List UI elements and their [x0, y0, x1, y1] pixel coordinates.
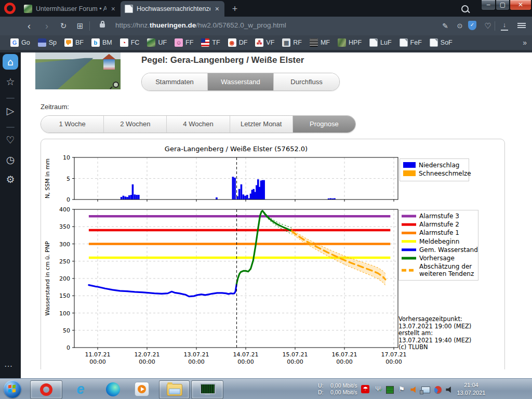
svg-text:weiteren Tendenz: weiteren Tendenz: [419, 270, 474, 277]
lock-icon[interactable]: [100, 23, 105, 28]
tab-stammdaten[interactable]: Stammdaten: [142, 73, 207, 90]
bookmark-item[interactable]: TF: [201, 38, 220, 47]
pegel-tab-group: StammdatenWasserstandDurchfluss: [141, 73, 340, 91]
page-favicon-icon: [430, 38, 438, 47]
svg-text:00:00: 00:00: [89, 358, 106, 365]
sidebar-item-video-popout[interactable]: ▷: [3, 103, 18, 118]
bookmark-label: Go: [21, 39, 30, 46]
tray-action-center-flag-icon[interactable]: ⚑: [398, 385, 406, 393]
forward-icon[interactable]: ›: [41, 20, 53, 32]
downloads-icon[interactable]: ↓: [501, 21, 508, 31]
sidebar-item-history[interactable]: ◷: [3, 152, 18, 167]
bookmark-item[interactable]: MF: [310, 38, 330, 47]
monitor-stand: [205, 393, 210, 395]
tab-wasserstand[interactable]: Wasserstand: [207, 73, 273, 90]
taskbar-app-explorer[interactable]: [159, 380, 190, 399]
browser-tab[interactable]: Hochwassernachrichtenzen×: [121, 1, 224, 17]
tab-close-icon[interactable]: ×: [110, 5, 116, 13]
svg-text:14.07.21: 14.07.21: [233, 351, 259, 358]
svg-text:200: 200: [59, 275, 70, 282]
bookmarks-overflow-chevron[interactable]: »: [523, 38, 527, 47]
bookmark-item[interactable]: UF: [147, 38, 167, 47]
photo-zoom-icon[interactable]: [113, 82, 119, 88]
maximize-button[interactable]: ▢: [496, 0, 510, 10]
easy-setup-icon[interactable]: [517, 22, 526, 29]
svg-text:erstellt am:: erstellt am:: [398, 329, 433, 337]
start-flag: [8, 385, 11, 389]
tray-volume-mixer-icon[interactable]: [410, 387, 417, 393]
svg-text:300: 300: [59, 241, 70, 248]
bookmark-item[interactable]: SoF: [430, 38, 453, 47]
svg-text:10: 10: [63, 154, 70, 161]
taskbar-app-resource-monitor[interactable]: [191, 380, 223, 399]
tray-network-activity-icon[interactable]: [386, 386, 394, 394]
speed-dial-grid-icon[interactable]: ⊞: [74, 20, 86, 32]
reload-icon[interactable]: ↻: [57, 20, 70, 32]
bookmark-item[interactable]: HPF: [338, 38, 362, 47]
start-flag: [12, 389, 16, 393]
my-flow-icon[interactable]: ✎: [439, 20, 451, 32]
svg-text:Alarmstufe 1: Alarmstufe 1: [419, 229, 459, 236]
sidebar-item-settings[interactable]: ⚙: [3, 171, 18, 187]
zeitraum-prognose[interactable]: Prognose: [292, 116, 355, 132]
svg-text:Alarmstufe 2: Alarmstufe 2: [419, 221, 459, 228]
sidebar-item-home[interactable]: ⌂: [3, 54, 18, 70]
taskbar-app-media-player[interactable]: [130, 380, 154, 398]
bookmark-label: FeF: [410, 39, 422, 46]
bookmark-item[interactable]: GGo: [10, 38, 30, 47]
bookmark-item[interactable]: ◔FC: [120, 38, 140, 47]
opera-menu-button[interactable]: [4, 3, 16, 14]
bookmark-item[interactable]: ☺FF: [175, 38, 193, 47]
tab-close-icon[interactable]: ×: [214, 5, 220, 13]
tray-ccleaner-icon[interactable]: [434, 386, 442, 393]
bookmark-item[interactable]: ◉DF: [228, 38, 248, 47]
taskbar: e U: 0,00 Mbit/s D: 0,00 Mbit/s ☂Ψ⚑ 21:0…: [0, 378, 532, 399]
bookmark-item[interactable]: FeF: [400, 38, 422, 47]
svg-text:00:00: 00:00: [287, 358, 303, 365]
svg-text:Wasserstand in cm ü. PNP: Wasserstand in cm ü. PNP: [44, 241, 51, 316]
opera-icon: [40, 383, 52, 396]
zeitraum-2-wochen[interactable]: 2 Wochen: [103, 116, 166, 132]
snapshot-camera-icon[interactable]: ⊙: [454, 20, 466, 32]
start-button[interactable]: [4, 380, 21, 398]
svg-text:15.07.21: 15.07.21: [283, 351, 308, 358]
tray-usb-eject-icon[interactable]: Ψ: [374, 385, 382, 393]
bookmark-item[interactable]: ⁂VF: [255, 38, 274, 47]
vpn-shield-icon[interactable]: ✓: [468, 21, 476, 30]
taskbar-app-edge[interactable]: [101, 380, 125, 398]
browser-tab[interactable]: Untermhäuser Forum • Akti×: [20, 1, 121, 17]
tray-speaker-icon[interactable]: [446, 387, 453, 393]
svg-text:00:00: 00:00: [139, 358, 155, 365]
toolbar-separator: [495, 21, 495, 31]
address-bar[interactable]: https://hnz.thueringen.de/hw2.0/57652.0_…: [115, 21, 286, 29]
zeitraum-4-wochen[interactable]: 4 Wochen: [166, 116, 229, 132]
tray-avira-icon[interactable]: ☂: [361, 385, 369, 393]
sidebar-more-icon[interactable]: ⋯: [4, 361, 13, 371]
bookmark-heart-icon[interactable]: ♡: [482, 20, 494, 32]
sidebar-item-speed-dial[interactable]: ☆: [3, 74, 18, 89]
bookmark-item[interactable]: Sp: [38, 38, 57, 47]
taskbar-app-opera[interactable]: [30, 380, 62, 399]
taskbar-app-internet-explorer[interactable]: e: [69, 380, 92, 398]
sidebar-item-bookmarks[interactable]: ♡: [3, 132, 18, 148]
gauge-photo[interactable]: [35, 52, 121, 89]
tray-display-network-icon[interactable]: [421, 387, 430, 393]
svg-text:5: 5: [66, 176, 70, 182]
bookmark-item[interactable]: ▦RF: [282, 38, 302, 47]
new-tab-button[interactable]: +: [229, 3, 241, 15]
minimize-button[interactable]: –: [481, 0, 496, 10]
screen: Untermhäuser Forum • Akti×Hochwassernach…: [0, 0, 532, 399]
zeitraum-1-woche[interactable]: 1 Woche: [41, 116, 103, 132]
zeitraum-letzter-monat[interactable]: Letzter Monat: [230, 116, 292, 132]
taskbar-clock[interactable]: 21:04 13.07.2021: [457, 381, 485, 397]
tab-durchfluss[interactable]: Durchfluss: [273, 73, 339, 90]
bookmark-item[interactable]: bBM: [91, 38, 112, 47]
search-icon[interactable]: [461, 5, 470, 14]
svg-text:00:00: 00:00: [385, 358, 402, 365]
back-icon[interactable]: ‹: [23, 20, 35, 32]
bookmark-item[interactable]: LuF: [369, 38, 392, 47]
bookmark-item[interactable]: BF: [64, 38, 84, 47]
gauge-favicon-icon: ◔: [120, 38, 128, 47]
close-button[interactable]: ✕: [510, 0, 531, 10]
explorer-icon: [167, 384, 182, 396]
